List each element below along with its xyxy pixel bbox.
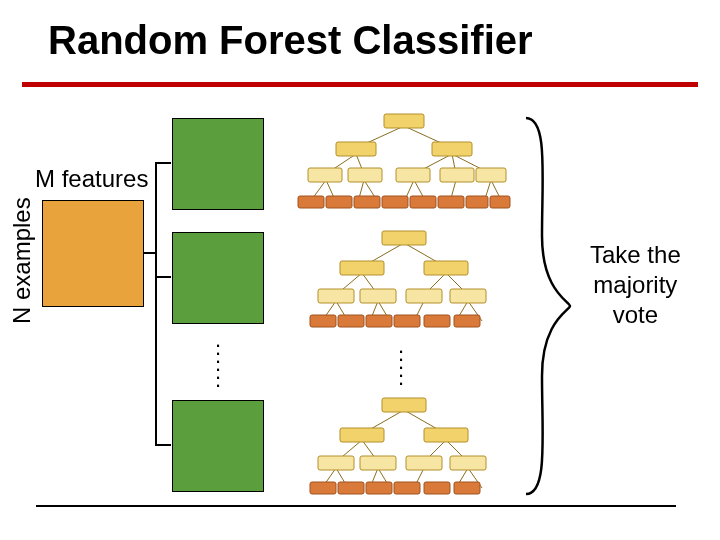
svg-rect-45 bbox=[382, 231, 426, 245]
svg-rect-22 bbox=[440, 168, 474, 182]
m-features-label: M features bbox=[35, 165, 148, 193]
svg-rect-27 bbox=[382, 196, 408, 208]
svg-rect-47 bbox=[424, 261, 468, 275]
connector bbox=[155, 444, 171, 446]
svg-rect-20 bbox=[348, 168, 382, 182]
svg-rect-26 bbox=[354, 196, 380, 208]
bootstrap-sample-3 bbox=[172, 400, 264, 492]
bootstrap-sample-2 bbox=[172, 232, 264, 324]
n-examples-label: N examples bbox=[8, 197, 36, 324]
svg-rect-56 bbox=[424, 315, 450, 327]
svg-rect-17 bbox=[336, 142, 376, 156]
page-title: Random Forest Classifier bbox=[48, 18, 533, 63]
decision-tree-2 bbox=[296, 225, 511, 335]
ellipsis-vertical-icon: ..... bbox=[398, 342, 404, 382]
svg-rect-19 bbox=[308, 168, 342, 182]
svg-rect-73 bbox=[424, 428, 468, 442]
svg-rect-23 bbox=[476, 168, 506, 182]
vote-line-3: vote bbox=[590, 300, 681, 330]
vote-line-2: majority bbox=[590, 270, 681, 300]
svg-rect-30 bbox=[466, 196, 488, 208]
connector bbox=[155, 162, 171, 164]
ellipsis-vertical-icon: ...... bbox=[215, 336, 221, 384]
svg-rect-74 bbox=[318, 456, 354, 470]
majority-vote-label: Take the majority vote bbox=[590, 240, 681, 330]
svg-rect-71 bbox=[382, 398, 426, 412]
svg-rect-21 bbox=[396, 168, 430, 182]
svg-rect-50 bbox=[406, 289, 442, 303]
svg-rect-49 bbox=[360, 289, 396, 303]
vote-line-1: Take the bbox=[590, 240, 681, 270]
svg-rect-31 bbox=[490, 196, 510, 208]
svg-rect-80 bbox=[366, 482, 392, 494]
svg-rect-53 bbox=[338, 315, 364, 327]
svg-rect-18 bbox=[432, 142, 472, 156]
svg-rect-77 bbox=[450, 456, 486, 470]
decision-tree-1 bbox=[296, 108, 511, 218]
slide: Random Forest Classifier M features N ex… bbox=[0, 0, 720, 540]
input-dataset-box bbox=[42, 200, 144, 307]
bootstrap-sample-1 bbox=[172, 118, 264, 210]
svg-rect-76 bbox=[406, 456, 442, 470]
svg-rect-72 bbox=[340, 428, 384, 442]
connector bbox=[155, 276, 171, 278]
svg-rect-54 bbox=[366, 315, 392, 327]
svg-rect-81 bbox=[394, 482, 420, 494]
decision-tree-3 bbox=[296, 392, 511, 502]
svg-rect-25 bbox=[326, 196, 352, 208]
svg-rect-28 bbox=[410, 196, 436, 208]
svg-rect-16 bbox=[384, 114, 424, 128]
svg-rect-57 bbox=[454, 315, 480, 327]
connector bbox=[155, 162, 157, 446]
svg-rect-79 bbox=[338, 482, 364, 494]
title-underline bbox=[22, 82, 698, 87]
svg-rect-83 bbox=[454, 482, 480, 494]
svg-rect-51 bbox=[450, 289, 486, 303]
svg-rect-78 bbox=[310, 482, 336, 494]
bottom-rule bbox=[36, 505, 676, 507]
svg-rect-75 bbox=[360, 456, 396, 470]
svg-rect-82 bbox=[424, 482, 450, 494]
svg-rect-29 bbox=[438, 196, 464, 208]
curly-brace-icon bbox=[518, 116, 576, 496]
connector bbox=[143, 252, 155, 254]
svg-rect-24 bbox=[298, 196, 324, 208]
svg-rect-55 bbox=[394, 315, 420, 327]
svg-rect-52 bbox=[310, 315, 336, 327]
svg-rect-46 bbox=[340, 261, 384, 275]
svg-rect-48 bbox=[318, 289, 354, 303]
